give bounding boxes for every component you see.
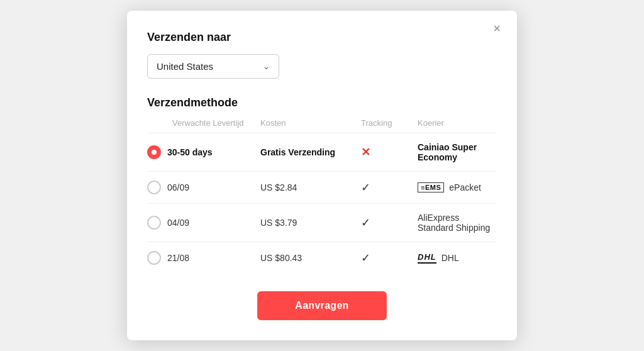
delivery-cell: 21/08 <box>147 242 260 274</box>
delivery-cell: 04/09 <box>147 204 260 242</box>
courier-cell: DHLDHL <box>418 242 497 274</box>
tracking-check-icon: ✓ <box>361 181 370 194</box>
table-row[interactable]: 30-50 daysGratis Verzending✕Cainiao Supe… <box>147 133 497 172</box>
col-header-delivery: Verwachte Levertijd <box>147 118 260 133</box>
radio-button[interactable] <box>147 145 161 159</box>
cost-label: US $2.84 <box>260 182 297 192</box>
courier-name: Cainiao Super Economy <box>418 142 497 162</box>
tracking-cell: ✓ <box>361 242 418 274</box>
courier-name: AliExpress Standard Shipping <box>418 213 497 233</box>
chevron-down-icon: ⌄ <box>263 62 270 71</box>
tracking-x-icon: ✕ <box>361 146 370 159</box>
courier-cell: ≡EMSePacket <box>418 172 497 204</box>
country-value: United States <box>157 61 213 72</box>
delivery-cell: 30-50 days <box>147 133 260 172</box>
country-dropdown[interactable]: United States ⌄ <box>147 54 279 79</box>
cost-cell: US $3.79 <box>260 204 361 242</box>
cost-cell: US $80.43 <box>260 242 361 274</box>
delivery-cell: 06/09 <box>147 172 260 204</box>
ems-logo-icon: ≡EMS <box>418 182 444 192</box>
col-header-tracking: Tracking <box>361 118 418 133</box>
cost-cell: US $2.84 <box>260 172 361 204</box>
cost-cell: Gratis Verzending <box>260 133 361 172</box>
delivery-label: 04/09 <box>167 218 189 228</box>
section2-title: Verzendmethode <box>147 96 497 109</box>
tracking-cell: ✓ <box>361 204 418 242</box>
table-header-row: Verwachte Levertijd Kosten Tracking Koer… <box>147 118 497 133</box>
delivery-label: 21/08 <box>167 253 189 263</box>
dhl-logo-icon: DHL <box>418 252 436 264</box>
table-row[interactable]: 06/09US $2.84✓≡EMSePacket <box>147 172 497 204</box>
shipping-table: Verwachte Levertijd Kosten Tracking Koer… <box>147 118 497 274</box>
cost-label: Gratis Verzending <box>260 147 335 157</box>
courier-cell: AliExpress Standard Shipping <box>418 204 497 242</box>
section1-title: Verzenden naar <box>147 31 497 44</box>
col-header-courier: Koerier <box>418 118 497 133</box>
tracking-check-icon: ✓ <box>361 216 370 229</box>
close-button[interactable]: × <box>489 21 504 36</box>
table-row[interactable]: 04/09US $3.79✓AliExpress Standard Shippi… <box>147 204 497 242</box>
tracking-cell: ✕ <box>361 133 418 172</box>
table-row[interactable]: 21/08US $80.43✓DHLDHL <box>147 242 497 274</box>
tracking-cell: ✓ <box>361 172 418 204</box>
delivery-label: 06/09 <box>167 182 189 192</box>
tracking-check-icon: ✓ <box>361 252 370 264</box>
courier-cell: Cainiao Super Economy <box>418 133 497 172</box>
col-header-cost: Kosten <box>260 118 361 133</box>
aanvragen-button[interactable]: Aanvragen <box>257 291 386 320</box>
delivery-label: 30-50 days <box>167 147 213 157</box>
courier-name: ePacket <box>449 182 481 192</box>
radio-button[interactable] <box>147 251 161 265</box>
shipping-modal: × Verzenden naar United States ⌄ Verzend… <box>127 11 517 340</box>
radio-button[interactable] <box>147 216 161 230</box>
cost-label: US $3.79 <box>260 218 297 228</box>
cost-label: US $80.43 <box>260 253 302 263</box>
courier-name: DHL <box>441 253 459 263</box>
radio-button[interactable] <box>147 181 161 194</box>
country-section: Verzenden naar United States ⌄ <box>147 31 497 79</box>
